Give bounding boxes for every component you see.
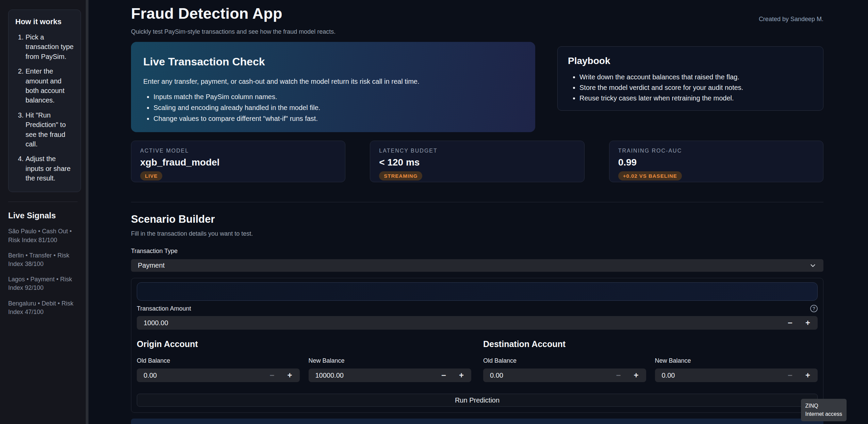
playbook-bullet: Reuse tricky cases later when retraining… — [579, 94, 813, 102]
howto-step: Pick a transaction type from PaySim. — [26, 32, 74, 61]
origin-new-balance-field: New Balance − + — [309, 357, 472, 382]
destination-new-balance-input[interactable] — [662, 372, 782, 379]
main-content: Fraud Detection App Created by Sandeep M… — [88, 0, 868, 424]
result-info-panel: Enter the values above and press Run Pre… — [131, 419, 823, 424]
howto-step: Hit "Run Prediction" to see the fraud ca… — [26, 110, 74, 149]
live-signals-section: Live Signals São Paulo • Cash Out • Risk… — [8, 211, 81, 316]
destination-old-balance-input[interactable] — [490, 372, 610, 379]
origin-old-balance-input[interactable] — [144, 372, 263, 379]
signal-item: Lagos • Payment • Risk Index 92/100 — [8, 275, 81, 292]
internet-access-label: Internet access — [805, 410, 842, 418]
live-signals-title: Live Signals — [8, 211, 81, 220]
plus-icon[interactable]: + — [285, 371, 294, 379]
sidebar-edge-strip — [86, 0, 88, 424]
playbook-title: Playbook — [568, 56, 813, 66]
origin-new-balance-input[interactable] — [315, 372, 435, 379]
live-transaction-check-panel: Live Transaction Check Enter any transfe… — [131, 42, 535, 132]
plus-icon[interactable]: + — [803, 319, 812, 327]
playbook-bullet: Write down the account balances that rai… — [579, 73, 813, 81]
origin-new-balance-stepper: − + — [439, 371, 466, 379]
scenario-form-group: Transaction Amount ? − + Origin Account … — [131, 278, 823, 413]
stat-value: xgb_fraud_model — [140, 157, 336, 168]
origin-new-balance-box: − + — [309, 368, 472, 382]
section-divider — [131, 202, 823, 202]
stat-card-roc-auc: TRAINING ROC-AUC 0.99 +0.02 VS BASELINE — [609, 141, 823, 182]
status-badge: STREAMING — [379, 171, 422, 180]
how-it-works-title: How it works — [15, 17, 74, 26]
minus-icon[interactable]: − — [267, 371, 276, 379]
signal-item: Bengaluru • Debit • Risk Index 47/100 — [8, 299, 81, 316]
transaction-type-select[interactable]: Payment — [131, 259, 823, 272]
stat-label: ACTIVE MODEL — [140, 148, 336, 154]
destination-fields-row: Old Balance − + New Balance — [483, 357, 818, 382]
live-check-bullet: Scaling and encoding already handled in … — [153, 104, 523, 112]
howto-step: Enter the amount and both account balanc… — [26, 66, 74, 105]
stat-card-active-model: ACTIVE MODEL xgb_fraud_model LIVE — [131, 141, 345, 182]
zinq-overlay-badge: ZINQ Internet access — [801, 399, 847, 421]
origin-old-balance-field: Old Balance − + — [137, 357, 300, 382]
scenario-builder-title: Scenario Builder — [131, 213, 823, 225]
destination-old-balance-field: Old Balance − + — [483, 357, 646, 382]
plus-icon[interactable]: + — [803, 371, 812, 379]
page-title: Fraud Detection App — [131, 5, 282, 22]
destination-account-title: Destination Account — [483, 339, 818, 349]
new-balance-label: New Balance — [655, 357, 818, 364]
old-balance-label: Old Balance — [137, 357, 300, 364]
created-by-text: Created by Sandeep M. — [759, 16, 823, 23]
signal-item: São Paulo • Cash Out • Risk Index 81/100 — [8, 227, 81, 244]
stat-label: LATENCY BUDGET — [379, 148, 575, 154]
stats-row: ACTIVE MODEL xgb_fraud_model LIVE LATENC… — [131, 141, 823, 182]
minus-icon[interactable]: − — [614, 371, 623, 379]
how-it-works-steps: Pick a transaction type from PaySim. Ent… — [15, 32, 74, 183]
how-it-works-card: How it works Pick a transaction type fro… — [8, 10, 81, 192]
zinq-label: ZINQ — [805, 402, 842, 410]
stat-value: 0.99 — [618, 157, 814, 168]
origin-fields-row: Old Balance − + New Balance — [137, 357, 471, 382]
amount-stepper: − + — [786, 319, 812, 327]
live-check-bullet: Change values to compare different "what… — [153, 115, 523, 123]
new-balance-label: New Balance — [309, 357, 472, 364]
live-check-bullets: Inputs match the PaySim column names. Sc… — [143, 93, 523, 123]
origin-old-balance-box: − + — [137, 368, 300, 382]
result-placeholder-box — [137, 282, 818, 301]
stat-value: < 120 ms — [379, 157, 575, 168]
transaction-amount-label: Transaction Amount — [137, 305, 191, 312]
playbook-panel: Playbook Write down the account balances… — [557, 46, 823, 111]
transaction-type-value: Payment — [138, 262, 165, 269]
transaction-amount-input[interactable] — [144, 319, 782, 327]
destination-new-balance-box: − + — [655, 368, 818, 382]
status-badge: +0.02 VS BASELINE — [618, 171, 682, 180]
sidebar: How it works Pick a transaction type fro… — [0, 0, 86, 424]
origin-old-balance-stepper: − + — [267, 371, 294, 379]
destination-old-balance-stepper: − + — [614, 371, 640, 379]
help-icon[interactable]: ? — [810, 305, 818, 312]
intro-panels-row: Live Transaction Check Enter any transfe… — [131, 42, 823, 132]
scenario-builder-subtitle: Fill in the transaction details you want… — [131, 230, 823, 237]
destination-new-balance-stepper: − + — [786, 371, 812, 379]
minus-icon[interactable]: − — [786, 319, 795, 327]
stat-label: TRAINING ROC-AUC — [618, 148, 814, 154]
old-balance-label: Old Balance — [483, 357, 646, 364]
page-subtitle: Quickly test PaySim-style transactions a… — [131, 28, 823, 35]
minus-icon[interactable]: − — [786, 371, 795, 379]
plus-icon[interactable]: + — [457, 371, 466, 379]
origin-account-title: Origin Account — [137, 339, 471, 349]
live-check-title: Live Transaction Check — [143, 56, 523, 68]
howto-step: Adjust the inputs or share the result. — [26, 154, 74, 183]
destination-old-balance-box: − + — [483, 368, 646, 382]
run-prediction-button[interactable]: Run Prediction — [137, 394, 818, 407]
accounts-row: Origin Account Old Balance − + — [137, 339, 818, 382]
live-check-description: Enter any transfer, payment, or cash-out… — [143, 78, 523, 85]
live-check-bullet: Inputs match the PaySim column names. — [153, 93, 523, 101]
sidebar-divider-line — [8, 202, 78, 202]
plus-icon[interactable]: + — [632, 371, 640, 379]
destination-new-balance-field: New Balance − + — [655, 357, 818, 382]
playbook-bullets: Write down the account balances that rai… — [568, 73, 813, 102]
playbook-bullet: Store the model verdict and score for yo… — [579, 84, 813, 92]
status-badge: LIVE — [140, 171, 162, 180]
signal-item: Berlin • Transfer • Risk Index 38/100 — [8, 251, 81, 268]
origin-account-section: Origin Account Old Balance − + — [137, 339, 471, 382]
chevron-down-icon — [809, 262, 817, 269]
minus-icon[interactable]: − — [439, 371, 448, 379]
transaction-type-label: Transaction Type — [131, 248, 823, 255]
